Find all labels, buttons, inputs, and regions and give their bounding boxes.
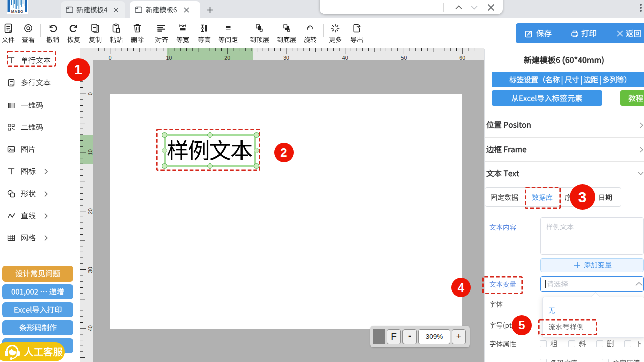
svg-text:MASO: MASO — [11, 9, 24, 14]
